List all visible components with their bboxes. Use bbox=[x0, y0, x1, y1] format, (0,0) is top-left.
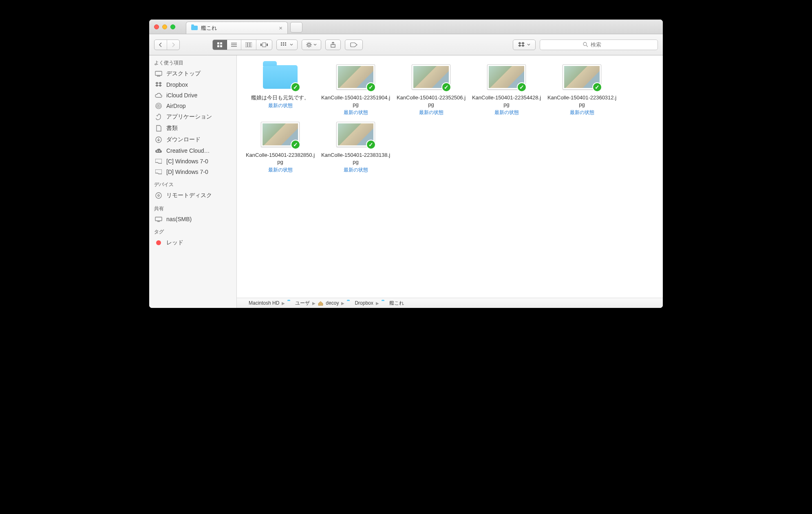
icon-grid[interactable]: ✓艦娘は今日も元気です。最新の状態✓KanColle-150401-223519… bbox=[237, 55, 663, 298]
folder-icon bbox=[382, 301, 387, 305]
tag-icon bbox=[350, 42, 357, 47]
svg-point-37 bbox=[157, 151, 158, 152]
sidebar: よく使う項目デスクトップDropboxiCloud DriveAirDropアプ… bbox=[149, 55, 237, 308]
search-input[interactable] bbox=[591, 42, 615, 48]
sidebar-item[interactable]: レッド bbox=[149, 237, 236, 248]
svg-point-35 bbox=[158, 105, 159, 107]
sidebar-item[interactable]: アプリケーション bbox=[149, 111, 236, 123]
breadcrumb[interactable]: 艦これ bbox=[382, 300, 404, 307]
arrange-button[interactable] bbox=[276, 40, 298, 50]
dropbox-icon bbox=[155, 82, 162, 88]
svg-rect-17 bbox=[283, 44, 284, 46]
action-inner[interactable] bbox=[302, 40, 321, 50]
breadcrumb-label: ユーザ bbox=[295, 300, 310, 307]
sidebar-item-label: 書類 bbox=[166, 125, 178, 132]
view-icons-button[interactable] bbox=[213, 40, 227, 50]
pathbar: Macintosh HD▶ユーザ▶decoy▶Dropbox▶艦これ bbox=[237, 298, 663, 308]
file-item[interactable]: ✓KanColle-150401-22382850.jpg最新の状態 bbox=[243, 120, 318, 174]
file-name: KanColle-150401-22383138.jpg bbox=[318, 152, 393, 166]
breadcrumb-label: decoy bbox=[326, 300, 339, 306]
tab-active[interactable]: 艦これ × bbox=[186, 22, 288, 34]
breadcrumb[interactable]: decoy bbox=[318, 300, 339, 306]
view-list-button[interactable] bbox=[227, 40, 241, 50]
svg-rect-6 bbox=[231, 46, 237, 47]
sidebar-item-label: iCloud Drive bbox=[166, 92, 197, 99]
grid-icon bbox=[217, 42, 223, 48]
sidebar-item-label: [C] Windows 7-0 bbox=[166, 158, 208, 165]
action-button[interactable] bbox=[302, 40, 321, 50]
chevron-left-icon bbox=[159, 42, 163, 47]
file-item[interactable]: ✓KanColle-150401-22352506.jpg最新の状態 bbox=[393, 63, 469, 116]
traffic-lights bbox=[149, 20, 186, 34]
breadcrumb-separator-icon: ▶ bbox=[341, 301, 344, 305]
finder-window: 艦これ × bbox=[149, 20, 663, 308]
svg-point-19 bbox=[308, 44, 310, 46]
svg-rect-14 bbox=[283, 42, 284, 44]
svg-rect-8 bbox=[248, 42, 249, 47]
svg-line-27 bbox=[307, 46, 308, 47]
arrange-inner[interactable] bbox=[277, 40, 297, 50]
sync-status: 最新の状態 bbox=[419, 109, 444, 116]
thumbnail: ✓ bbox=[336, 120, 375, 149]
svg-rect-16 bbox=[281, 44, 282, 46]
forward-button[interactable] bbox=[167, 40, 179, 50]
breadcrumb-label: Dropbox bbox=[355, 300, 373, 306]
sidebar-item[interactable]: [D] Windows 7-0 bbox=[149, 167, 236, 177]
svg-rect-1 bbox=[220, 42, 222, 44]
sidebar-item[interactable]: Creative Cloud… bbox=[149, 145, 236, 156]
share-button[interactable] bbox=[325, 40, 341, 50]
thumbnail: ✓ bbox=[487, 63, 526, 91]
breadcrumb[interactable]: Dropbox bbox=[347, 300, 373, 306]
sidebar-item[interactable]: [C] Windows 7-0 bbox=[149, 156, 236, 167]
sidebar-item[interactable]: AirDrop bbox=[149, 101, 236, 111]
thumbnail: ✓ bbox=[261, 63, 300, 91]
folder-item[interactable]: ✓艦娘は今日も元気です。最新の状態 bbox=[243, 63, 318, 116]
close-tab-icon[interactable]: × bbox=[279, 25, 282, 31]
sidebar-item[interactable]: デスクトップ bbox=[149, 68, 236, 79]
search-field[interactable] bbox=[540, 40, 658, 50]
file-item[interactable]: ✓KanColle-150401-22351904.jpg最新の状態 bbox=[318, 63, 393, 116]
sidebar-item-label: Creative Cloud… bbox=[166, 147, 210, 154]
breadcrumb[interactable]: ユーザ bbox=[287, 300, 310, 307]
sidebar-item[interactable]: iCloud Drive bbox=[149, 90, 236, 101]
file-item[interactable]: ✓KanColle-150401-22360312.jpg最新の状態 bbox=[544, 63, 620, 116]
columns-icon bbox=[245, 42, 252, 47]
sidebar-item[interactable]: 書類 bbox=[149, 123, 236, 134]
sidebar-heading: 共有 bbox=[149, 201, 236, 214]
sidebar-item[interactable]: ダウンロード bbox=[149, 134, 236, 145]
coverflow-icon bbox=[260, 42, 268, 47]
tab-title: 艦これ bbox=[201, 24, 217, 32]
svg-rect-4 bbox=[231, 43, 237, 44]
close-button[interactable] bbox=[154, 24, 159, 29]
content-pane: ✓艦娘は今日も元気です。最新の状態✓KanColle-150401-223519… bbox=[237, 55, 663, 308]
file-item[interactable]: ✓KanColle-150401-22383138.jpg最新の状態 bbox=[318, 120, 393, 174]
svg-line-26 bbox=[310, 43, 311, 44]
sidebar-item[interactable]: nas(SMB) bbox=[149, 214, 236, 224]
sidebar-item[interactable]: Dropbox bbox=[149, 79, 236, 90]
disk-icon bbox=[241, 301, 247, 305]
dropbox-toolbar-button[interactable] bbox=[513, 40, 536, 50]
sync-check-icon: ✓ bbox=[366, 140, 376, 149]
back-button[interactable] bbox=[154, 40, 167, 50]
cc-icon bbox=[155, 148, 162, 153]
breadcrumb[interactable]: Macintosh HD bbox=[241, 300, 279, 306]
svg-rect-2 bbox=[217, 45, 219, 47]
apps-icon bbox=[155, 114, 162, 120]
svg-rect-15 bbox=[285, 42, 286, 44]
sync-status: 最新の状態 bbox=[570, 109, 594, 116]
view-coverflow-button[interactable] bbox=[256, 40, 272, 50]
view-columns-button[interactable] bbox=[241, 40, 256, 50]
sync-status: 最新の状態 bbox=[268, 167, 293, 174]
sidebar-item-label: ダウンロード bbox=[166, 136, 201, 143]
sidebar-item[interactable]: リモートディスク bbox=[149, 190, 236, 201]
search-icon bbox=[583, 42, 588, 47]
svg-rect-3 bbox=[220, 45, 222, 47]
sidebar-heading: デバイス bbox=[149, 177, 236, 190]
zoom-button[interactable] bbox=[170, 24, 175, 29]
minimize-button[interactable] bbox=[162, 24, 167, 29]
new-tab-button[interactable] bbox=[290, 22, 302, 33]
file-item[interactable]: ✓KanColle-150401-22354428.jpg最新の状態 bbox=[469, 63, 544, 116]
svg-point-38 bbox=[159, 151, 160, 152]
tags-button[interactable] bbox=[345, 40, 363, 50]
svg-rect-18 bbox=[285, 44, 286, 46]
